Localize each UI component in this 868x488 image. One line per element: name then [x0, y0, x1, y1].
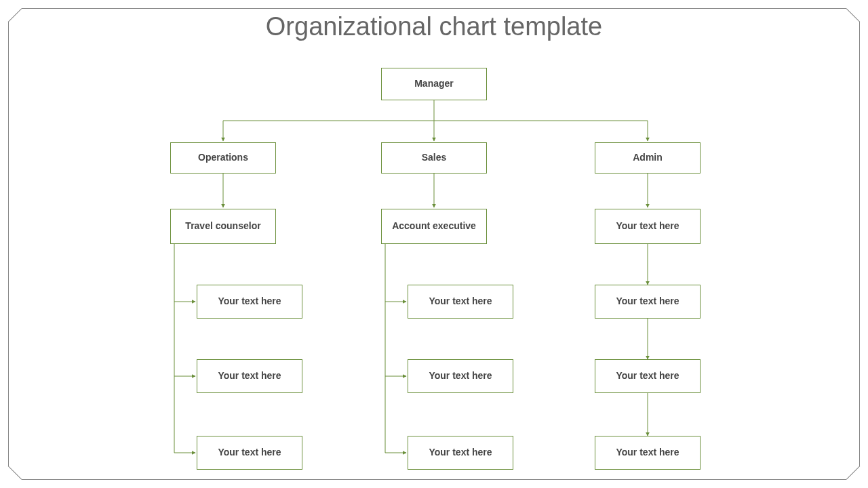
node-admin-sub[interactable]: Your text here	[595, 209, 701, 244]
node-admin-leaf-3[interactable]: Your text here	[595, 436, 701, 470]
node-ops-leaf-2[interactable]: Your text here	[197, 359, 302, 393]
node-sales[interactable]: Sales	[381, 142, 487, 174]
node-sales-leaf-2[interactable]: Your text here	[408, 359, 513, 393]
node-ops-leaf-3[interactable]: Your text here	[197, 436, 302, 470]
node-admin-leaf-1[interactable]: Your text here	[595, 285, 701, 319]
node-operations[interactable]: Operations	[170, 142, 276, 174]
node-ops-leaf-1[interactable]: Your text here	[197, 285, 302, 319]
node-travel-counselor[interactable]: Travel counselor	[170, 209, 276, 244]
node-admin[interactable]: Admin	[595, 142, 701, 174]
slide-canvas: Organizational chart template	[0, 0, 868, 488]
node-manager[interactable]: Manager	[381, 68, 487, 100]
page-title: Organizational chart template	[0, 12, 868, 41]
node-admin-leaf-2[interactable]: Your text here	[595, 359, 701, 393]
node-sales-leaf-1[interactable]: Your text here	[408, 285, 513, 319]
node-sales-leaf-3[interactable]: Your text here	[408, 436, 513, 470]
node-account-executive[interactable]: Account executive	[381, 209, 487, 244]
